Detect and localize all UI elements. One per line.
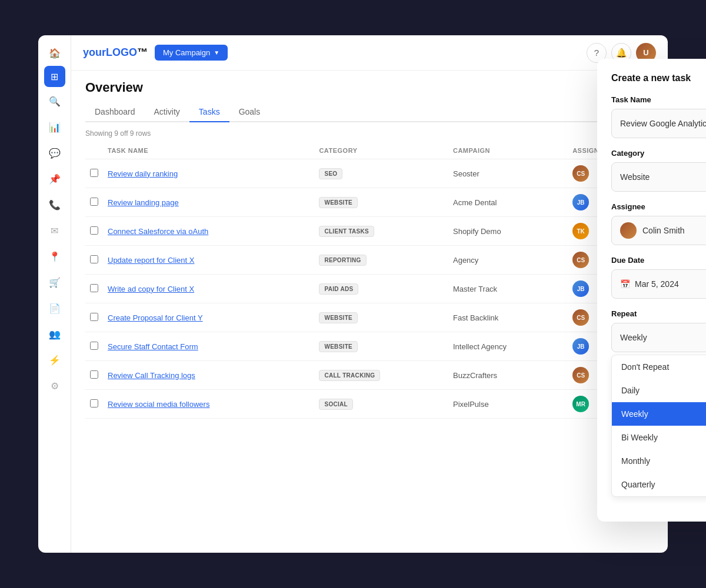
repeat-value: Weekly: [620, 333, 647, 342]
assignee-value: Colin Smith: [642, 226, 685, 235]
row-checkbox[interactable]: [90, 342, 98, 350]
row-checkbox[interactable]: [90, 198, 98, 206]
sidebar-item-mail[interactable]: ✉: [44, 220, 65, 241]
category-select[interactable]: Website ⌃⌄: [611, 162, 706, 192]
row-checkbox[interactable]: [90, 226, 98, 235]
repeat-option[interactable]: Quarterly: [612, 473, 706, 496]
due-date-field-group: Due Date 📅 Mar 5, 2024 ⌃⌄: [611, 256, 706, 299]
category-badge: WEBSITE: [319, 341, 358, 352]
repeat-option[interactable]: Don't Repeat: [612, 355, 706, 379]
sidebar-item-chat[interactable]: 💬: [44, 142, 65, 163]
category-badge: WEBSITE: [319, 312, 358, 323]
assignee-avatar: CS: [572, 252, 589, 268]
repeat-option[interactable]: Bi Weekly: [612, 426, 706, 449]
sidebar-item-phone[interactable]: 📞: [44, 194, 65, 215]
assignee-avatar: TK: [572, 223, 589, 239]
repeat-label: Repeat: [611, 309, 706, 318]
task-name-value: Review Google Analytics Traffic: [620, 119, 706, 128]
repeat-field-group: Repeat Weekly ⌃⌄ Don't RepeatDailyWeekly…: [611, 309, 706, 497]
category-badge: CALL TRACKING: [319, 370, 380, 381]
task-name-link[interactable]: Review landing page: [108, 198, 179, 207]
assignee-select[interactable]: Colin Smith ⌃⌄: [611, 216, 706, 245]
sidebar-item-doc[interactable]: 📄: [44, 298, 65, 319]
campaign-cell: Shopify Demo: [448, 217, 568, 246]
repeat-select[interactable]: Weekly ⌃⌄: [611, 323, 706, 352]
sidebar-item-grid[interactable]: ⊞: [44, 66, 65, 87]
table-row: Connect Salesforce via oAuth CLIENT TASK…: [85, 217, 654, 246]
task-name-link[interactable]: Secure Staff Contact Form: [108, 342, 198, 351]
chevron-down-icon: ▼: [214, 49, 219, 56]
row-checkbox[interactable]: [90, 169, 98, 177]
icon-sidebar: 🏠 ⊞ 🔍 📊 💬 📌 📞 ✉ 📍 🛒 📄 👥 ⚡ ⚙: [38, 35, 71, 553]
campaign-button[interactable]: My Campaign ▼: [155, 45, 228, 61]
sidebar-item-users[interactable]: 👥: [44, 323, 65, 345]
task-name-link[interactable]: Connect Salesforce via oAuth: [108, 227, 208, 236]
topbar: yourLOGO™ My Campaign ▼ ? 🔔 U: [71, 35, 668, 71]
due-date-value: Mar 5, 2024: [635, 279, 679, 289]
table-row: Review social media followers SOCIAL Pix…: [85, 390, 654, 419]
campaign-cell: Agency: [448, 246, 568, 275]
calendar-icon: 📅: [620, 279, 630, 289]
tab-tasks[interactable]: Tasks: [189, 102, 229, 122]
category-value: Website: [620, 172, 650, 182]
task-name-link[interactable]: Review daily ranking: [108, 169, 178, 178]
category-badge: PAID ADS: [319, 283, 358, 295]
assignee-avatar: [620, 222, 637, 239]
row-checkbox[interactable]: [90, 284, 98, 292]
logo-your: your: [83, 46, 106, 58]
task-name-link[interactable]: Review Call Tracking logs: [108, 371, 195, 380]
campaign-cell: Seoster: [448, 159, 568, 188]
sidebar-item-settings[interactable]: ⚙: [44, 375, 65, 396]
page-title: Overview: [85, 80, 143, 95]
tab-dashboard[interactable]: Dashboard: [85, 102, 145, 122]
category-badge: WEBSITE: [319, 197, 358, 208]
task-name-select[interactable]: Review Google Analytics Traffic ⌃⌄: [611, 109, 706, 138]
main-content: yourLOGO™ My Campaign ▼ ? 🔔 U Overview 🔍…: [71, 35, 668, 553]
category-badge: CLIENT TASKS: [319, 226, 374, 237]
task-name-link[interactable]: Review social media followers: [108, 400, 209, 409]
sidebar-item-location[interactable]: 📍: [44, 246, 65, 267]
row-checkbox[interactable]: [90, 399, 98, 407]
assignee-field-group: Assignee Colin Smith ⌃⌄: [611, 202, 706, 245]
campaign-cell: BuzzCrafters: [448, 361, 568, 390]
table-row: Create Proposal for Client Y WEBSITE Fas…: [85, 303, 654, 332]
repeat-option[interactable]: Monthly: [612, 449, 706, 473]
campaign-cell: Intellect Agency: [448, 332, 568, 361]
task-name-link[interactable]: Update report for Client X: [108, 256, 194, 265]
sidebar-item-search[interactable]: 🔍: [44, 91, 65, 112]
repeat-option[interactable]: Daily: [612, 379, 706, 402]
sidebar-item-cart[interactable]: 🛒: [44, 272, 65, 293]
assignee-avatar: JB: [572, 280, 589, 297]
sidebar-item-chart[interactable]: 📊: [44, 116, 65, 138]
row-checkbox[interactable]: [90, 370, 98, 379]
tab-activity[interactable]: Activity: [145, 102, 189, 122]
sidebar-item-home[interactable]: 🏠: [44, 42, 65, 64]
logo: yourLOGO™: [83, 46, 148, 59]
tabs: Dashboard Activity Tasks Goals: [85, 102, 654, 122]
task-name-link[interactable]: Create Proposal for Client Y: [108, 313, 203, 322]
repeat-option[interactable]: Weekly: [612, 402, 706, 426]
assignee-avatar: MR: [572, 396, 589, 412]
tasks-table: TASK NAME CATEGORY CAMPAIGN ASSIGNEE Rev…: [85, 142, 654, 419]
task-name-link[interactable]: Write ad copy for Client X: [108, 285, 194, 293]
sidebar-item-pin[interactable]: 📌: [44, 168, 65, 189]
due-date-label: Due Date: [611, 256, 706, 265]
table-row: Review landing page WEBSITE Acme Dental …: [85, 188, 654, 217]
category-label: Category: [611, 149, 706, 158]
due-date-select[interactable]: 📅 Mar 5, 2024 ⌃⌄: [611, 269, 706, 299]
campaign-cell: PixelPulse: [448, 390, 568, 419]
col-task-name: TASK NAME: [103, 142, 314, 159]
table-row: Review daily ranking SEO Seoster CS: [85, 159, 654, 188]
sidebar-item-lightning[interactable]: ⚡: [44, 349, 65, 370]
category-badge: SEO: [319, 168, 342, 179]
row-checkbox[interactable]: [90, 255, 98, 263]
row-checkbox[interactable]: [90, 313, 98, 321]
col-campaign: CAMPAIGN: [448, 142, 568, 159]
table-row: Review Call Tracking logs CALL TRACKING …: [85, 361, 654, 390]
panel-title: Create a new task: [611, 73, 706, 83]
tab-goals[interactable]: Goals: [229, 102, 270, 122]
task-name-field-group: Task Name Review Google Analytics Traffi…: [611, 95, 706, 138]
assignee-avatar: CS: [572, 309, 589, 326]
showing-text: Showing 9 off 9 rows: [85, 122, 654, 142]
campaign-cell: Fast Backlink: [448, 303, 568, 332]
